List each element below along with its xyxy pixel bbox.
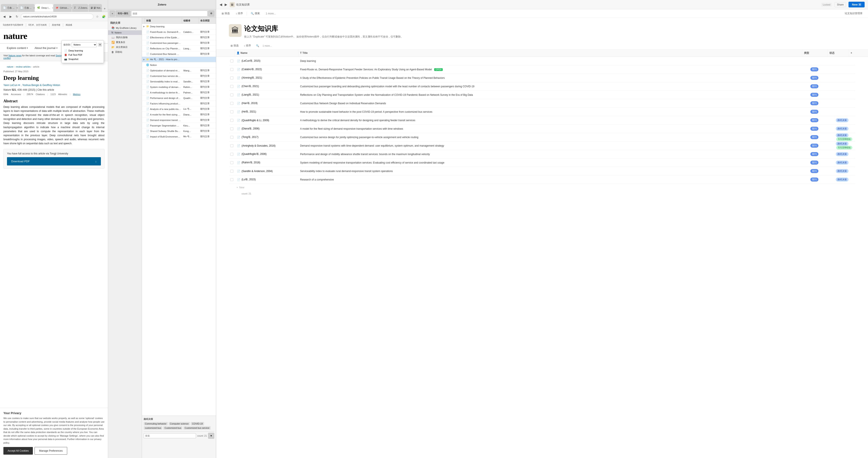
cite-article-link[interactable]: Cite this article <box>37 88 54 91</box>
zh-title-col[interactable]: 标题 <box>145 18 182 24</box>
tag-commuting[interactable]: Commuting behavior <box>144 422 168 425</box>
zl-row-13[interactable]: 📄 Performance and design of mobility all… <box>142 95 216 101</box>
author-lecun[interactable]: Yann LeCun <box>3 84 18 87</box>
sidebar-item-duplicates[interactable]: 🔁 重复条目 <box>108 40 142 45</box>
tab-github[interactable]: 🐙 GitHub... ✕ <box>53 4 72 12</box>
nav-about[interactable]: About the journal ▾ <box>31 44 61 52</box>
row-check-lu[interactable] <box>229 178 235 181</box>
notion-row-calabro[interactable]: 📄 (Calabro等, 2022) Fixed-Route vs. Deman… <box>229 65 855 74</box>
notion-sort-btn[interactable]: ↕ 排序 <box>234 11 245 16</box>
bookmark-other[interactable]: 其他书签 <box>51 23 62 27</box>
zotero-tag-search[interactable] <box>144 433 196 438</box>
notion-row-sandlin[interactable]: 📄 (Sandlin & Anderson, 2004) Serviceabil… <box>229 167 855 175</box>
row-check-chen[interactable] <box>229 85 235 88</box>
db-filter-btn[interactable]: ⊞ 筛选 <box>229 43 240 48</box>
zt-new-button[interactable]: + <box>110 10 115 17</box>
notion-row-lecun[interactable]: 📄 (LeCun等, 2015) Deep learning <box>229 57 855 65</box>
tab-nature[interactable]: 🌿 Deep I... ✕ <box>35 4 53 12</box>
row-check-han[interactable] <box>229 102 235 105</box>
zt-group-button[interactable]: 有组+属性 <box>116 10 130 17</box>
notion-back-button[interactable]: ◀ <box>220 3 222 7</box>
zl-row-3[interactable]: 📄 Customized bus passenger boarding and … <box>142 40 216 46</box>
zl-row-5[interactable]: 📄 Customized Bus Network Design Based on… <box>142 51 216 57</box>
notion-row-tong[interactable]: 📄 (Tong等, 2017) Customized bus service d… <box>229 133 855 141</box>
row-check-quad2006[interactable] <box>229 153 235 156</box>
tab-github-close[interactable]: ✕ <box>70 6 72 9</box>
row-check-he[interactable] <box>229 110 235 113</box>
author-hinton[interactable]: Geoffrey Hinton <box>42 84 60 87</box>
zl-row-20[interactable]: 📄 Impact of Built Environment on First- … <box>142 134 216 139</box>
th-status[interactable]: 状态 <box>828 50 849 56</box>
notion-search-btn[interactable]: 🔍 搜索 <box>249 11 262 16</box>
row-check-liang[interactable] <box>229 93 235 96</box>
notion-row-han[interactable]: 📄 (Han等, 2019) Customized Bus Network De… <box>229 99 855 108</box>
tab-2-close[interactable]: ✕ <box>33 6 35 9</box>
zl-row-16[interactable]: 📄 A model for the fleet sizing of demand… <box>142 112 216 117</box>
zotero-search-input[interactable] <box>131 10 208 17</box>
breadcrumb-review[interactable]: review articles <box>16 65 31 68</box>
row-check-quad-li[interactable] <box>229 119 235 122</box>
zotero-filter-btn[interactable]: ▼ <box>208 433 214 439</box>
row-check-sandlin[interactable] <box>229 170 235 173</box>
notion-row-rahim[interactable]: 📄 (Rahim等, 2018) System modeling of dema… <box>229 159 855 167</box>
sidebar-item-notero[interactable]: N Notero <box>108 30 142 35</box>
zl-row-17[interactable]: 📄 Demand responsive transit systems with… <box>142 117 216 123</box>
th-add-col[interactable]: + <box>849 50 855 56</box>
reload-button[interactable]: ↻ <box>14 14 20 19</box>
tab-zotero[interactable]: Z Z Zotero... <box>72 4 88 12</box>
row-check-amirgholy[interactable] <box>229 144 235 147</box>
tag-cs[interactable]: Computer science <box>169 422 190 425</box>
zl-row-10[interactable]: 📄 Serviceability index to evaluate rural… <box>142 79 216 84</box>
notion-row-quadrifoglio-li[interactable]: 📄 (Quadrifoglio & Li, 2009) A methodolog… <box>229 116 855 125</box>
zl-row-19[interactable]: 📄 Shared Subway Shuttle Bus Route Planni… <box>142 128 216 134</box>
metrics-link[interactable]: Metrics <box>73 93 80 96</box>
popup-item-deep-learning[interactable]: 📄 Deep learning <box>63 48 102 53</box>
zl-row-9[interactable]: 📄 Customized bus service design for join… <box>142 73 216 79</box>
bookmark-button[interactable]: ☆ <box>95 14 100 19</box>
tab-add-button[interactable]: + <box>102 6 107 12</box>
row-check-lecun[interactable] <box>229 60 235 63</box>
popup-collection-select[interactable]: Notero <box>72 42 97 47</box>
popup-item-pdf[interactable]: 📕 Full Text PDF <box>63 53 102 57</box>
zl-row-4[interactable]: 📄 Reflections on City Planning and Trans… <box>142 46 216 51</box>
author-bengio[interactable]: Yoshua Bengio <box>22 84 39 87</box>
extensions-button[interactable]: 🧩 <box>101 14 106 19</box>
zl-row-14[interactable]: 📄 Factors influencing productivity and o… <box>142 101 216 106</box>
notion-forward-button[interactable]: ▶ <box>225 3 227 7</box>
sidebar-item-endnote[interactable]: 📚 My EndNote Library <box>108 26 142 30</box>
zh-type-col[interactable]: 各目类型 <box>199 18 216 24</box>
th-type[interactable]: 类型 <box>802 50 828 56</box>
zl-row-7[interactable]: 🌐 Notion <box>142 62 216 68</box>
zl-row-18[interactable]: 📄 Passenger Segmentation Using Smart Car… <box>142 123 216 128</box>
th-title[interactable]: T Title <box>299 50 802 56</box>
tab-1-close[interactable]: ✕ <box>16 6 18 9</box>
notion-row-he[interactable]: 📄 (He等, 2021) How to promote sustainable… <box>229 108 855 116</box>
tag-customized-bus-2[interactable]: Customized bus <box>163 426 182 430</box>
popup-item-snapshot[interactable]: 📷 Snapshot <box>63 57 102 61</box>
bookmark-reading[interactable]: 阅读感 <box>64 23 73 27</box>
forward-button[interactable]: ▶ <box>8 14 13 19</box>
zl-row-12[interactable]: 📄 A methodology to derive the critical d… <box>142 90 216 95</box>
zl-row-8[interactable]: 📄 Optimization of demand-responsive tran… <box>142 68 216 73</box>
bookmark-science[interactable]: 5自然科学与应用科学 <box>2 23 25 27</box>
address-bar[interactable]: nature.com/articles/nature14539 <box>21 13 93 20</box>
row-check-xinming[interactable] <box>229 76 235 79</box>
zt-settings-button[interactable]: ⚙ <box>208 10 214 17</box>
notion-filter-btn[interactable]: ⊞ 筛选 <box>220 11 232 16</box>
tab-notion[interactable]: 蒙 蒙 Not... <box>89 4 102 12</box>
notion-row-lu[interactable]: 📄 (Lu等, 2015) Research of a comprehensiv… <box>229 175 855 184</box>
notion-row-liang[interactable]: 📄 (Liang等, 2021) Reflections on City Pla… <box>229 91 855 99</box>
tab-2[interactable]: 📄 ①条 ... ✕ <box>18 4 35 12</box>
tag-customized-bus-1[interactable]: customized bus <box>144 426 162 430</box>
zl-row-6[interactable]: ▶ 📁 He 号, - 2021 - How to promote sustai… <box>142 57 216 62</box>
download-pdf-button[interactable]: Download PDF ↓ <box>7 157 101 165</box>
row-check-tong[interactable] <box>229 136 235 139</box>
notion-row-chen[interactable]: 📄 (Chen等, 2021) Customized bus passenger… <box>229 82 855 91</box>
zl-row-2[interactable]: 📄 Effectiveness of the Epidemia Preventi… <box>142 35 216 40</box>
sidebar-item-trash[interactable]: 🗑 回收站 <box>108 50 142 55</box>
zh-author-col[interactable]: 创建者 <box>182 18 199 24</box>
db-more-link[interactable]: 1 more... <box>262 44 272 47</box>
notion-row-quad2006[interactable]: 📄 (Quadrifoglio等, 2006) Performance and … <box>229 150 855 159</box>
notion-new-button[interactable]: New ▾ <box>848 2 865 7</box>
row-check-rahim[interactable] <box>229 161 235 164</box>
